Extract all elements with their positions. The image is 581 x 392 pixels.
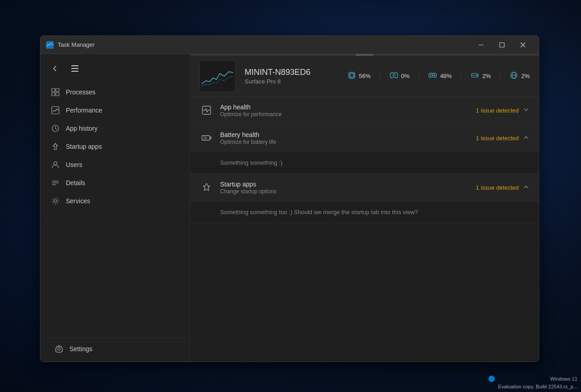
metric-separator-3 (461, 72, 461, 81)
title-bar: Task Manager (40, 36, 539, 54)
health-item-app-health-header[interactable]: App health Optimize for performance 1 is… (190, 97, 539, 124)
app-health-icon (199, 103, 214, 118)
startup-apps-health-chevron (522, 184, 530, 191)
svg-point-17 (58, 348, 60, 350)
system-logo (199, 60, 236, 92)
users-icon (51, 161, 59, 169)
memory-value: 48% (440, 73, 452, 79)
health-item-startup-apps-header[interactable]: Startup apps Change startup options 1 is… (190, 174, 539, 201)
minimize-button[interactable] (471, 38, 492, 52)
startup-apps-health-title: Startup apps (220, 181, 476, 188)
startup-apps-message: Something something too :) Should we mer… (220, 209, 418, 216)
startup-apps-label: Startup apps (66, 143, 102, 150)
metric-cpu: 56% (347, 71, 371, 81)
battery-health-subtitle: Optimize for battery life (220, 139, 476, 145)
back-button[interactable] (48, 61, 62, 76)
metric-memory: 48% (428, 71, 452, 81)
hamburger-button[interactable] (68, 61, 82, 76)
sidebar-header (40, 58, 190, 83)
windows-indicator (488, 376, 495, 382)
battery-health-title: Battery health (220, 131, 476, 138)
details-label: Details (66, 179, 85, 186)
services-icon (51, 197, 59, 205)
app-health-subtitle: Optimize for performance (220, 111, 476, 118)
memory-icon (428, 71, 437, 81)
sidebar-item-details[interactable]: Details (44, 174, 186, 191)
health-item-battery-health: Battery health Optimize for battery life… (190, 124, 539, 174)
svg-rect-33 (390, 73, 398, 78)
metric-separator-1 (380, 72, 380, 81)
svg-rect-18 (202, 64, 233, 88)
app-health-text: App health Optimize for performance (220, 103, 476, 118)
sidebar: Processes Performance App history Startu… (40, 54, 190, 362)
health-item-app-health: App health Optimize for performance 1 is… (190, 97, 539, 124)
users-label: Users (66, 161, 83, 168)
startup-apps-health-status: 1 issue detected (476, 184, 519, 191)
health-item-battery-health-header[interactable]: Battery health Optimize for battery life… (190, 124, 539, 152)
task-manager-window: Task Manager (40, 35, 539, 362)
svg-rect-8 (56, 93, 59, 96)
sidebar-item-processes[interactable]: Processes (44, 83, 186, 101)
svg-rect-7 (52, 93, 55, 96)
battery-health-message: Something something :) (220, 159, 282, 166)
window-controls (471, 38, 533, 52)
content-area: App health Optimize for performance 1 is… (190, 97, 539, 362)
maximize-button[interactable] (492, 38, 512, 52)
system-name: MININT-N893ED6 (245, 68, 338, 77)
cpu-icon (347, 71, 356, 81)
battery-health-status: 1 issue detected (476, 135, 519, 142)
sidebar-item-services[interactable]: Services (44, 192, 186, 210)
metric-network: 2% (509, 71, 530, 81)
battery-health-expanded-content: Something something :) (190, 152, 539, 173)
details-icon (51, 179, 59, 187)
battery-health-chevron (522, 135, 530, 142)
sidebar-item-app-history[interactable]: App history (44, 120, 186, 137)
performance-icon (51, 106, 59, 114)
metrics-row: 56% 0% (347, 71, 530, 81)
sidebar-item-settings[interactable]: Settings (48, 340, 182, 358)
app-health-chevron (522, 107, 530, 114)
svg-point-16 (52, 198, 59, 204)
performance-label: Performance (66, 107, 102, 114)
system-model: Surface Pro 8 (245, 78, 338, 85)
startup-apps-icon (51, 142, 59, 151)
sidebar-item-users[interactable]: Users (44, 156, 186, 173)
svg-rect-49 (432, 74, 433, 76)
app-history-label: App history (66, 125, 98, 132)
window-body: Processes Performance App history Startu… (40, 54, 539, 362)
metric-disk: 2% (470, 71, 491, 81)
disk-icon (470, 71, 479, 81)
system-header: MININT-N893ED6 Surface Pro 8 56% (190, 56, 539, 97)
gpu-icon (389, 71, 399, 81)
svg-point-38 (393, 74, 395, 76)
processes-icon (51, 88, 59, 96)
disk-value: 2% (482, 73, 491, 79)
sidebar-item-performance[interactable]: Performance (44, 102, 186, 119)
settings-label: Settings (69, 345, 93, 353)
svg-rect-2 (500, 43, 504, 47)
svg-rect-9 (52, 107, 59, 114)
sidebar-item-startup-apps[interactable]: Startup apps (44, 138, 186, 155)
network-value: 2% (521, 73, 530, 79)
cpu-value: 56% (359, 73, 371, 79)
health-item-startup-apps: Startup apps Change startup options 1 is… (190, 174, 539, 223)
main-content: MININT-N893ED6 Surface Pro 8 56% (190, 54, 539, 362)
close-button[interactable] (512, 38, 533, 52)
svg-point-52 (476, 74, 478, 76)
svg-rect-19 (349, 73, 355, 78)
metric-gpu: 0% (389, 71, 410, 81)
services-label: Services (66, 197, 90, 205)
sidebar-bottom: Settings (44, 338, 186, 362)
network-icon (509, 71, 518, 81)
metric-separator-2 (419, 72, 419, 81)
battery-health-text: Battery health Optimize for battery life (220, 131, 476, 145)
settings-icon (55, 345, 63, 353)
startup-apps-health-subtitle: Change startup options (220, 188, 476, 195)
svg-rect-48 (430, 74, 431, 76)
window-title: Task Manager (58, 41, 471, 48)
battery-health-icon (199, 131, 214, 145)
startup-apps-health-icon (199, 180, 214, 195)
startup-apps-expanded-content: Something something too :) Should we mer… (190, 201, 539, 223)
app-health-status: 1 issue detected (476, 107, 519, 114)
svg-rect-20 (350, 74, 353, 77)
